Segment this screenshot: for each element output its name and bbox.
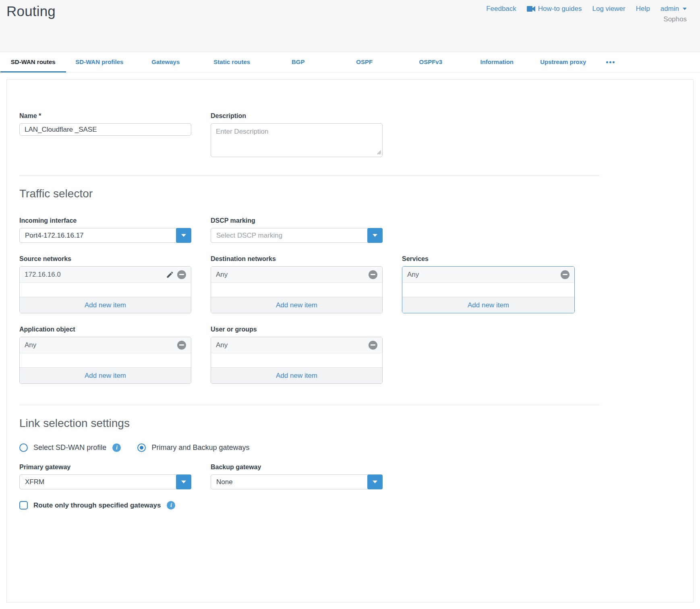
section-divider bbox=[19, 175, 600, 176]
incoming-interface-label: Incoming interface bbox=[19, 217, 191, 224]
radio-select-sd-wan-profile[interactable] bbox=[19, 443, 28, 452]
top-nav: Feedback How-to guides Log viewer Help a… bbox=[486, 5, 687, 13]
name-label: Name * bbox=[19, 112, 191, 120]
tab-static-routes[interactable]: Static routes bbox=[199, 52, 265, 72]
destination-networks-box: Any Add new item bbox=[211, 266, 383, 313]
howto-guides-link[interactable]: How-to guides bbox=[527, 5, 582, 13]
services-box: Any Add new item bbox=[402, 266, 575, 313]
help-label: Help bbox=[636, 5, 650, 13]
tab-gateways[interactable]: Gateways bbox=[133, 52, 199, 72]
application-object-box: Any Add new item bbox=[19, 337, 191, 384]
info-icon[interactable]: i bbox=[167, 501, 175, 510]
source-networks-box: 172.16.16.0 Add new item bbox=[19, 266, 191, 313]
user-or-groups-label: User or groups bbox=[211, 326, 383, 333]
route-only-checkbox-label: Route only through specified gateways bbox=[33, 501, 161, 510]
traffic-selector-heading: Traffic selector bbox=[19, 187, 681, 200]
name-field-group: Name * bbox=[19, 112, 191, 159]
more-dots-icon bbox=[613, 61, 615, 63]
log-viewer-label: Log viewer bbox=[592, 5, 625, 13]
description-label: Description bbox=[211, 112, 383, 120]
list-empty-area bbox=[402, 283, 574, 297]
edit-icon[interactable] bbox=[166, 271, 174, 279]
sd-wan-route-form-panel: Name * Description Traffic selector Inco… bbox=[6, 79, 694, 603]
list-item: Any bbox=[211, 267, 382, 283]
name-input[interactable] bbox=[19, 123, 191, 136]
primary-gateway-value: XFRM bbox=[20, 475, 191, 489]
section-divider bbox=[19, 405, 600, 405]
incoming-interface-select[interactable]: Port4-172.16.16.17 bbox=[19, 228, 191, 243]
more-dots-icon bbox=[609, 61, 611, 63]
list-empty-area bbox=[211, 283, 382, 297]
description-textarea[interactable] bbox=[211, 123, 383, 157]
list-item: 172.16.16.0 bbox=[20, 267, 191, 283]
dropdown-button[interactable] bbox=[176, 474, 191, 489]
backup-gateway-label: Backup gateway bbox=[211, 464, 383, 471]
dscp-marking-placeholder: Select DSCP marking bbox=[211, 228, 382, 242]
remove-icon[interactable] bbox=[177, 270, 186, 279]
primary-gateway-label: Primary gateway bbox=[19, 464, 191, 471]
tabs-more-button[interactable] bbox=[596, 52, 625, 72]
feedback-label: Feedback bbox=[486, 5, 516, 13]
list-item: Any bbox=[20, 337, 191, 353]
more-dots-icon bbox=[606, 61, 608, 63]
destination-networks-label: Destination networks bbox=[211, 255, 383, 263]
list-item-label: Any bbox=[25, 341, 177, 349]
add-new-item-button[interactable]: Add new item bbox=[402, 297, 574, 313]
tab-bgp[interactable]: BGP bbox=[265, 52, 331, 72]
remove-icon[interactable] bbox=[177, 341, 186, 350]
list-item-label: Any bbox=[216, 341, 369, 349]
backup-gateway-select[interactable]: None bbox=[211, 474, 383, 489]
route-only-checkbox[interactable] bbox=[19, 501, 28, 510]
radio-primary-backup-gateways-label: Primary and Backup gateways bbox=[151, 443, 249, 452]
brand-label: Sophos bbox=[663, 15, 687, 23]
remove-icon[interactable] bbox=[561, 270, 570, 279]
log-viewer-link[interactable]: Log viewer bbox=[592, 5, 625, 13]
page-title: Routing bbox=[6, 3, 56, 19]
link-selection-heading: Link selection settings bbox=[19, 417, 681, 430]
primary-gateway-select[interactable]: XFRM bbox=[19, 474, 191, 489]
backup-gateway-value: None bbox=[211, 475, 382, 489]
tab-upstream-proxy[interactable]: Upstream proxy bbox=[530, 52, 596, 72]
tab-ospf[interactable]: OSPF bbox=[331, 52, 398, 72]
dropdown-button[interactable] bbox=[176, 228, 191, 243]
list-item-label: 172.16.16.0 bbox=[25, 271, 166, 279]
remove-icon[interactable] bbox=[369, 341, 377, 350]
incoming-interface-value: Port4-172.16.16.17 bbox=[20, 228, 191, 242]
source-networks-label: Source networks bbox=[19, 255, 191, 263]
remove-icon[interactable] bbox=[369, 270, 377, 279]
list-empty-area bbox=[20, 353, 191, 367]
info-icon[interactable]: i bbox=[112, 443, 121, 452]
tab-bar: SD-WAN routes SD-WAN profiles Gateways S… bbox=[0, 52, 700, 72]
dropdown-button[interactable] bbox=[367, 228, 383, 243]
chevron-down-icon bbox=[181, 481, 186, 483]
description-field-group: Description bbox=[211, 112, 383, 159]
feedback-link[interactable]: Feedback bbox=[486, 5, 516, 13]
howto-guides-label: How-to guides bbox=[538, 5, 582, 13]
tab-information[interactable]: Information bbox=[464, 52, 530, 72]
tab-sd-wan-profiles[interactable]: SD-WAN profiles bbox=[66, 52, 133, 72]
tab-ospfv3[interactable]: OSPFv3 bbox=[398, 52, 464, 72]
chevron-down-icon bbox=[373, 481, 377, 483]
admin-label: admin bbox=[661, 5, 679, 13]
top-header: Routing Feedback How-to guides Log viewe… bbox=[0, 0, 700, 52]
add-new-item-button[interactable]: Add new item bbox=[211, 297, 382, 313]
list-item: Any bbox=[211, 337, 382, 353]
services-label: Services bbox=[402, 255, 575, 263]
list-item-label: Any bbox=[216, 271, 369, 279]
dscp-marking-label: DSCP marking bbox=[211, 217, 383, 224]
add-new-item-button[interactable]: Add new item bbox=[20, 297, 191, 313]
user-or-groups-box: Any Add new item bbox=[211, 337, 383, 384]
radio-primary-backup-gateways[interactable] bbox=[137, 443, 146, 452]
list-item: Any bbox=[402, 267, 574, 283]
chevron-down-icon bbox=[683, 8, 687, 10]
chevron-down-icon bbox=[181, 234, 186, 237]
admin-menu[interactable]: admin bbox=[661, 5, 687, 13]
add-new-item-button[interactable]: Add new item bbox=[20, 367, 191, 383]
dropdown-button[interactable] bbox=[367, 474, 383, 489]
dscp-marking-select[interactable]: Select DSCP marking bbox=[211, 228, 383, 243]
add-new-item-button[interactable]: Add new item bbox=[211, 367, 382, 383]
help-link[interactable]: Help bbox=[636, 5, 650, 13]
video-camera-icon bbox=[527, 6, 535, 12]
tab-sd-wan-routes[interactable]: SD-WAN routes bbox=[0, 52, 66, 72]
chevron-down-icon bbox=[373, 234, 377, 237]
